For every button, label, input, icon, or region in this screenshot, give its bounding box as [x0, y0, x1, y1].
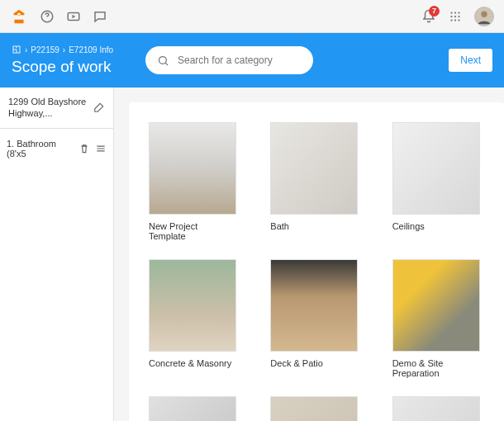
floorplan-icon [12, 45, 21, 54]
address-row: 1299 Old Bayshore Highway,... [0, 88, 113, 129]
category-tile[interactable]: Ceilings [392, 122, 480, 241]
header-bar: › P22159 › E72109 Info Scope of work Nex… [0, 33, 504, 88]
edit-icon[interactable] [93, 102, 105, 113]
tile-label: Deck & Patio [270, 358, 358, 368]
tile-label: Ceilings [392, 221, 480, 231]
tile-image [270, 122, 358, 215]
svg-point-8 [450, 19, 452, 21]
tile-image [392, 259, 480, 352]
sidebar: 1299 Old Bayshore Highway,... 1. Bathroo… [0, 88, 114, 421]
category-tile[interactable]: Demo & Site Preparation [392, 259, 480, 378]
svg-point-14 [159, 56, 167, 64]
room-row[interactable]: 1. Bathroom (8'x5 [0, 129, 113, 168]
bell-icon[interactable]: 7 [421, 9, 436, 24]
avatar[interactable] [474, 7, 494, 26]
svg-point-3 [454, 12, 456, 13]
category-tile[interactable]: Deck & Patio [270, 259, 358, 378]
category-tile[interactable] [149, 396, 236, 421]
menu-icon[interactable] [95, 143, 107, 154]
svg-point-6 [454, 15, 456, 17]
tile-image [270, 396, 358, 421]
tile-image [149, 122, 236, 215]
topbar: 7 [0, 0, 504, 33]
video-icon[interactable] [66, 9, 81, 24]
search-pill[interactable] [145, 46, 313, 74]
svg-point-5 [450, 15, 452, 17]
svg-point-9 [454, 19, 456, 21]
category-tile[interactable]: Bath [270, 122, 358, 241]
topbar-right: 7 [421, 7, 494, 26]
svg-point-12 [481, 11, 487, 17]
notification-badge: 7 [429, 6, 440, 17]
apps-icon[interactable] [448, 9, 463, 24]
category-tile[interactable] [392, 396, 480, 421]
svg-point-2 [450, 12, 452, 13]
tile-image [270, 259, 358, 352]
search-input[interactable] [178, 54, 302, 66]
delete-icon[interactable] [78, 143, 90, 154]
breadcrumb-item[interactable]: P22159 [31, 45, 59, 54]
tile-image [149, 259, 236, 352]
svg-point-7 [458, 15, 459, 17]
topbar-left [10, 7, 107, 26]
breadcrumb[interactable]: › P22159 › E72109 Info [12, 45, 136, 54]
tile-label: Bath [270, 221, 358, 231]
page-title: Scope of work [12, 58, 136, 76]
category-tile[interactable] [270, 396, 358, 421]
category-card: New Project Template Bath Ceilings Concr… [129, 102, 504, 421]
tile-image [149, 396, 236, 421]
room-label: 1. Bathroom (8'x5 [7, 139, 74, 158]
tile-image [392, 122, 480, 215]
svg-point-4 [458, 12, 459, 13]
category-grid: New Project Template Bath Ceilings Concr… [149, 122, 491, 421]
next-button[interactable]: Next [449, 49, 492, 72]
help-icon[interactable] [40, 9, 55, 24]
tile-label: New Project Template [149, 221, 236, 241]
main-content: New Project Template Bath Ceilings Concr… [114, 88, 504, 421]
category-tile[interactable]: New Project Template [149, 122, 236, 241]
address-text: 1299 Old Bayshore Highway,... [8, 96, 88, 120]
svg-point-10 [458, 19, 459, 21]
tile-label: Concrete & Masonry [149, 358, 236, 368]
search-icon [157, 54, 169, 67]
app-logo[interactable] [10, 7, 28, 26]
category-tile[interactable]: Concrete & Masonry [149, 259, 236, 378]
tile-image [392, 396, 480, 421]
chat-icon[interactable] [93, 9, 107, 24]
breadcrumb-item[interactable]: E72109 Info [69, 45, 113, 54]
tile-label: Demo & Site Preparation [392, 358, 480, 378]
